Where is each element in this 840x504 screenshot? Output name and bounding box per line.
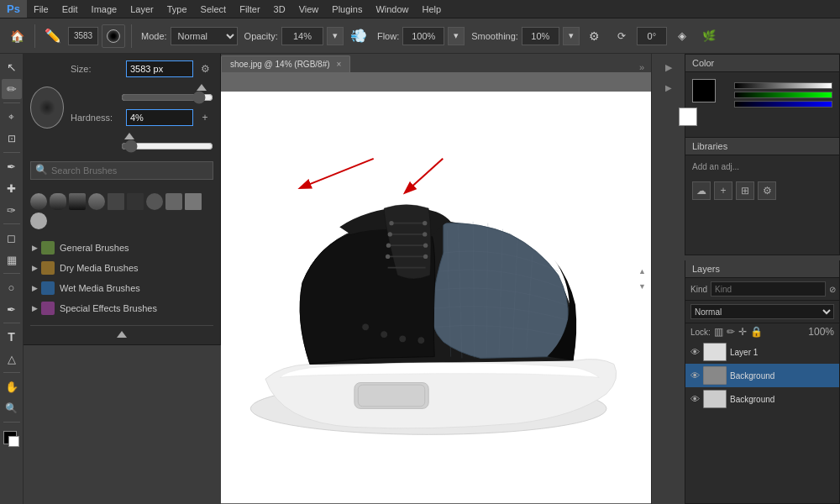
opacity-input[interactable] xyxy=(281,27,323,45)
brush-thumb-2[interactable] xyxy=(50,193,66,210)
eyedropper-tool[interactable]: ✒ xyxy=(2,156,22,176)
pen-tool[interactable]: ✒ xyxy=(2,299,22,319)
canvas-scroll-up[interactable]: ▲ xyxy=(637,265,648,277)
size-settings-icon[interactable]: ⚙ xyxy=(198,62,212,76)
blend-mode-select[interactable]: Normal xyxy=(690,304,834,319)
layer-row-3[interactable]: 👁 Background xyxy=(685,387,839,411)
background-color[interactable] xyxy=(8,436,19,447)
airbrush-icon[interactable]: 💨 xyxy=(347,24,370,48)
canvas-tab-close[interactable]: × xyxy=(337,60,342,69)
brush-collapse-triangle[interactable] xyxy=(117,331,127,338)
size-slider[interactable] xyxy=(121,91,213,104)
shape-tool[interactable]: △ xyxy=(2,349,22,369)
menu-window[interactable]: Window xyxy=(369,0,415,18)
flow-dropdown[interactable]: ▾ xyxy=(448,27,465,45)
hardness-input[interactable] xyxy=(126,109,193,126)
general-brushes-category[interactable]: ▶ General Brushes xyxy=(30,238,213,258)
menu-image[interactable]: Image xyxy=(85,0,124,18)
menu-edit[interactable]: Edit xyxy=(55,0,85,18)
lib-add-icon[interactable]: + xyxy=(714,181,732,200)
flow-input[interactable] xyxy=(402,27,444,45)
hardness-settings-icon[interactable]: + xyxy=(198,111,212,124)
hardness-slider[interactable] xyxy=(121,139,213,153)
collapse-arrow[interactable]: ▶ xyxy=(662,59,675,76)
canvas-area[interactable]: shoe.jpg @ 14% (RGB/8#) × » xyxy=(221,54,651,504)
hardness-slider-container xyxy=(121,133,213,155)
angle-input[interactable] xyxy=(637,27,667,45)
lock-all-icon[interactable]: 🔒 xyxy=(750,326,763,338)
menu-3d[interactable]: 3D xyxy=(267,0,292,18)
lib-grid-icon[interactable]: ⊞ xyxy=(736,181,754,200)
foreground-swatch[interactable] xyxy=(692,79,716,102)
tool-separator xyxy=(3,102,20,103)
size-slider-container xyxy=(121,84,213,106)
home-icon[interactable]: 🏠 xyxy=(5,24,29,48)
select-tool[interactable]: ↖ xyxy=(2,57,22,77)
size-input[interactable] xyxy=(126,60,193,77)
layer-row-2[interactable]: 👁 Background xyxy=(685,364,839,387)
brush-search-input[interactable] xyxy=(30,161,213,180)
menu-view[interactable]: View xyxy=(292,0,326,18)
layer-row-1[interactable]: 👁 Layer 1 xyxy=(685,340,839,364)
lock-position-icon[interactable]: ✛ xyxy=(738,326,747,338)
brush-tool-icon[interactable]: ✏️ xyxy=(41,24,65,48)
menu-layer[interactable]: Layer xyxy=(123,0,160,18)
lib-cloud-icon[interactable]: ☁ xyxy=(692,181,711,200)
menu-select[interactable]: Select xyxy=(194,0,234,18)
layer-3-visibility[interactable]: 👁 xyxy=(690,394,700,404)
wet-media-category[interactable]: ▶ Wet Media Brushes xyxy=(30,278,213,298)
clone-tool[interactable]: ✑ xyxy=(2,200,22,220)
brush-thumb-3[interactable] xyxy=(69,193,86,210)
layer-1-visibility[interactable]: 👁 xyxy=(690,347,700,357)
settings-icon[interactable]: ⚙ xyxy=(583,24,606,48)
brush-tool[interactable]: ✏ xyxy=(2,79,22,99)
menu-plugins[interactable]: Plugins xyxy=(325,0,369,18)
lib-settings-icon[interactable]: ⚙ xyxy=(758,181,776,200)
type-tool[interactable]: T xyxy=(2,327,22,347)
brush-thumb-6[interactable] xyxy=(127,193,144,210)
layers-filter-icon[interactable]: ⊘ xyxy=(829,285,836,294)
menu-filter[interactable]: Filter xyxy=(233,0,266,18)
mode-select[interactable]: Normal xyxy=(171,27,238,45)
menu-type[interactable]: Type xyxy=(160,0,194,18)
brush-thumb-9[interactable] xyxy=(185,193,202,210)
brush-thumb-5[interactable] xyxy=(108,193,124,210)
dodge-tool[interactable]: ○ xyxy=(2,277,22,297)
pressure-icon[interactable]: 🌿 xyxy=(697,24,721,48)
opacity-dropdown[interactable]: ▾ xyxy=(327,27,344,45)
eraser-tool[interactable]: ◻ xyxy=(2,228,22,248)
brush-thumb-4[interactable] xyxy=(88,193,105,210)
angle-icon[interactable]: ⟳ xyxy=(610,24,633,48)
smoothing-input[interactable] xyxy=(522,27,559,45)
dry-media-category[interactable]: ▶ Dry Media Brushes xyxy=(30,258,213,278)
zoom-tool[interactable]: 🔍 xyxy=(2,398,22,418)
menu-ps[interactable]: Ps xyxy=(0,0,27,18)
gradient-tool[interactable]: ▦ xyxy=(2,249,22,270)
brush-thumb-1[interactable] xyxy=(30,193,47,210)
menu-help[interactable]: Help xyxy=(416,0,449,18)
dry-media-icon xyxy=(41,261,55,275)
right-panel-label[interactable]: ▶ xyxy=(660,80,676,96)
brush-thumb-10[interactable] xyxy=(30,213,47,229)
layers-search-input[interactable] xyxy=(711,281,826,297)
lasso-tool[interactable]: ⌖ xyxy=(2,107,22,127)
brush-thumb-8[interactable] xyxy=(165,193,182,210)
color-slider-b[interactable] xyxy=(734,101,832,108)
canvas-tab[interactable]: shoe.jpg @ 14% (RGB/8#) × xyxy=(221,55,350,72)
color-slider-g[interactable] xyxy=(734,92,832,98)
color-slider-r[interactable] xyxy=(734,82,832,89)
healing-tool[interactable]: ✚ xyxy=(2,178,22,198)
lock-paint-icon[interactable]: ✏ xyxy=(727,326,735,338)
smoothing-dropdown[interactable]: ▾ xyxy=(563,27,580,45)
menu-file[interactable]: File xyxy=(27,0,55,18)
brush-preview-icon[interactable] xyxy=(102,24,125,48)
brush-thumb-7[interactable] xyxy=(146,193,163,210)
symmetry-icon[interactable]: ◈ xyxy=(670,24,694,48)
background-swatch[interactable] xyxy=(679,108,697,126)
canvas-scroll-down[interactable]: ▼ xyxy=(637,281,648,292)
layer-2-visibility[interactable]: 👁 xyxy=(690,370,700,381)
lock-transparent-icon[interactable]: ▥ xyxy=(714,326,723,338)
special-effects-category[interactable]: ▶ Special Effects Brushes xyxy=(30,298,213,318)
crop-tool[interactable]: ⊡ xyxy=(2,129,22,149)
hand-tool[interactable]: ✋ xyxy=(2,376,22,396)
